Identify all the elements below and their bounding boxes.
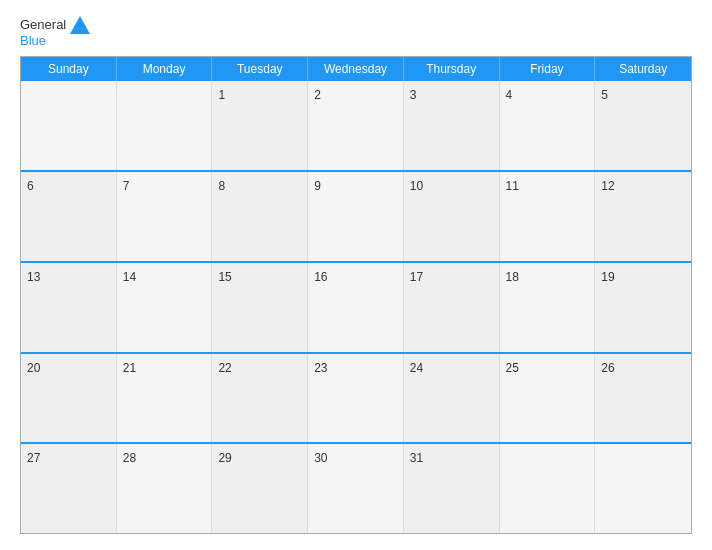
calendar-day-headers: SundayMondayTuesdayWednesdayThursdayFrid… [21,57,691,81]
day-number: 30 [314,451,327,465]
day-number: 25 [506,361,519,375]
day-cell: 13 [21,263,117,352]
day-number: 18 [506,270,519,284]
calendar-page: General Blue SundayMondayTuesdayWednesda… [0,0,712,550]
day-cell: 20 [21,354,117,443]
day-cell: 1 [212,81,308,170]
day-number: 22 [218,361,231,375]
day-cell: 30 [308,444,404,533]
day-cell: 24 [404,354,500,443]
day-cell: 10 [404,172,500,261]
calendar-grid: SundayMondayTuesdayWednesdayThursdayFrid… [20,56,692,534]
day-number: 16 [314,270,327,284]
day-cell: 12 [595,172,691,261]
logo-text-blue: Blue [20,34,46,48]
day-cell: 18 [500,263,596,352]
calendar-body: 1234567891011121314151617181920212223242… [21,81,691,533]
day-cell: 25 [500,354,596,443]
day-cell [500,444,596,533]
day-cell: 7 [117,172,213,261]
day-header-tuesday: Tuesday [212,57,308,81]
day-number: 8 [218,179,225,193]
day-number: 3 [410,88,417,102]
day-cell: 2 [308,81,404,170]
day-number: 9 [314,179,321,193]
day-cell: 23 [308,354,404,443]
day-number: 29 [218,451,231,465]
day-number: 1 [218,88,225,102]
day-cell: 3 [404,81,500,170]
day-number: 31 [410,451,423,465]
day-header-sunday: Sunday [21,57,117,81]
week-row-0: 12345 [21,81,691,170]
day-cell: 9 [308,172,404,261]
day-header-friday: Friday [500,57,596,81]
day-number: 11 [506,179,519,193]
day-cell [21,81,117,170]
day-header-saturday: Saturday [595,57,691,81]
day-cell: 6 [21,172,117,261]
day-number: 6 [27,179,34,193]
day-number: 14 [123,270,136,284]
day-cell: 26 [595,354,691,443]
day-number: 23 [314,361,327,375]
week-row-3: 20212223242526 [21,352,691,443]
day-cell: 8 [212,172,308,261]
day-cell: 11 [500,172,596,261]
day-number: 19 [601,270,614,284]
logo-text-general: General [20,18,66,32]
day-number: 7 [123,179,130,193]
day-number: 26 [601,361,614,375]
day-cell: 14 [117,263,213,352]
day-number: 13 [27,270,40,284]
day-cell: 28 [117,444,213,533]
day-cell: 31 [404,444,500,533]
day-cell: 5 [595,81,691,170]
day-cell: 22 [212,354,308,443]
day-cell: 15 [212,263,308,352]
day-number: 28 [123,451,136,465]
week-row-2: 13141516171819 [21,261,691,352]
day-number: 21 [123,361,136,375]
day-number: 4 [506,88,513,102]
day-header-thursday: Thursday [404,57,500,81]
day-cell: 16 [308,263,404,352]
day-number: 10 [410,179,423,193]
day-cell [595,444,691,533]
day-number: 17 [410,270,423,284]
day-cell: 4 [500,81,596,170]
day-header-wednesday: Wednesday [308,57,404,81]
logo-triangle-icon [70,16,90,34]
day-cell: 29 [212,444,308,533]
week-row-1: 6789101112 [21,170,691,261]
day-cell [117,81,213,170]
week-row-4: 2728293031 [21,442,691,533]
day-cell: 27 [21,444,117,533]
day-number: 24 [410,361,423,375]
header: General Blue [20,16,692,48]
day-number: 20 [27,361,40,375]
day-cell: 17 [404,263,500,352]
logo: General Blue [20,16,90,48]
day-number: 12 [601,179,614,193]
day-number: 5 [601,88,608,102]
day-header-monday: Monday [117,57,213,81]
day-cell: 21 [117,354,213,443]
day-number: 27 [27,451,40,465]
day-number: 15 [218,270,231,284]
day-number: 2 [314,88,321,102]
day-cell: 19 [595,263,691,352]
